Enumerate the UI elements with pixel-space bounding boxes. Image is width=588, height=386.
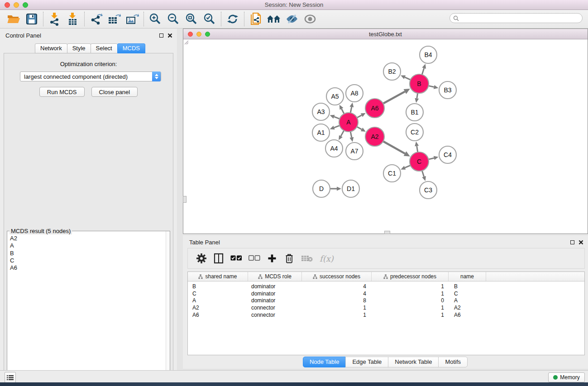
table-cell: B <box>188 283 248 290</box>
column-header[interactable]: successor nodes <box>302 272 372 281</box>
network-view-window: testGlobe.txt B4B2BB3A8A5A6A3B1AC2A1A2A4… <box>183 29 588 234</box>
delete-table-icon <box>301 254 313 262</box>
result-item[interactable]: A <box>8 242 165 249</box>
mcds-result-box: MCDS result (5 nodes) A2ABCA6 <box>7 231 170 385</box>
table-row[interactable]: Cdominator41C <box>188 290 584 297</box>
network-window-titlebar[interactable]: testGlobe.txt <box>183 29 588 39</box>
select-all-button[interactable] <box>230 252 242 265</box>
criterion-dropdown[interactable]: largest connected component (directed) <box>20 71 161 81</box>
network-node-label: B1 <box>411 109 418 116</box>
home-view-button[interactable] <box>265 11 283 27</box>
table-row[interactable]: Adominator80A <box>188 297 584 305</box>
export-table-button[interactable] <box>105 11 123 27</box>
float-panel-icon[interactable] <box>159 33 163 38</box>
show-hide-graphics-button[interactable] <box>283 11 301 27</box>
table-row[interactable]: A2connector11A2 <box>188 304 584 311</box>
network-node-label: C <box>417 158 421 165</box>
refresh-button[interactable] <box>224 11 242 27</box>
column-header[interactable]: name <box>449 272 486 281</box>
import-table-button[interactable] <box>64 11 82 27</box>
column-header-label: successor nodes <box>320 273 360 280</box>
function-builder-button[interactable]: f(x) <box>320 252 334 265</box>
table-cell: C <box>449 291 486 297</box>
table-row[interactable]: A6connector11A6 <box>188 311 584 319</box>
table-cell: A2 <box>449 305 486 311</box>
export-image-button[interactable] <box>123 11 141 27</box>
toolbar-search[interactable] <box>449 13 583 23</box>
network-edge[interactable] <box>382 91 405 104</box>
list-icon <box>7 375 14 381</box>
edge-arrowhead-icon <box>349 103 354 108</box>
edge-arrowhead-icon <box>422 176 426 181</box>
new-network-button[interactable] <box>247 11 265 27</box>
delete-column-button[interactable] <box>284 252 295 265</box>
zoom-out-icon <box>167 13 180 25</box>
birds-eye-icon <box>303 13 317 25</box>
close-table-panel-icon[interactable] <box>578 240 583 245</box>
close-panel-icon[interactable] <box>167 33 172 38</box>
control-panel-title: Control Panel <box>5 32 159 39</box>
canvas-bottom-handle[interactable] <box>384 231 390 234</box>
network-maximize-icon[interactable] <box>205 32 210 37</box>
tab-node-table[interactable]: Node Table <box>303 357 346 367</box>
table-row[interactable]: Bdominator41B <box>188 283 584 290</box>
zoom-selected-button[interactable] <box>201 11 219 27</box>
app-titlebar: Session: New Session <box>0 0 588 10</box>
table-cell: B <box>449 283 486 290</box>
deselect-all-button[interactable] <box>249 252 260 265</box>
maximize-window-icon[interactable] <box>23 2 28 8</box>
import-network-button[interactable] <box>46 11 64 27</box>
minimize-window-icon[interactable] <box>14 2 19 8</box>
export-network-button[interactable] <box>87 11 105 27</box>
column-header-label: MCDS role <box>265 273 292 280</box>
tab-motifs[interactable]: Motifs <box>438 357 468 367</box>
close-panel-button[interactable]: Close panel <box>91 87 138 97</box>
table-cell: A6 <box>188 312 248 318</box>
show-column-panel-button[interactable] <box>213 252 224 265</box>
zoom-in-button[interactable] <box>146 11 164 27</box>
table-settings-button[interactable] <box>196 252 207 265</box>
result-item[interactable]: A6 <box>8 264 165 272</box>
network-node-label: D1 <box>347 185 355 192</box>
criterion-value: largest connected component (directed) <box>24 73 128 80</box>
create-column-button[interactable] <box>267 252 277 265</box>
resize-grip-icon[interactable] <box>183 39 189 45</box>
tab-edge-table[interactable]: Edge Table <box>345 357 388 367</box>
open-session-button[interactable] <box>5 11 23 27</box>
tab-mcds[interactable]: MCDS <box>117 43 145 53</box>
zoom-out-button[interactable] <box>164 11 182 27</box>
memory-button[interactable]: Memory <box>548 372 585 382</box>
network-close-icon[interactable] <box>188 32 193 37</box>
float-table-panel-icon[interactable] <box>570 240 574 244</box>
search-input[interactable] <box>461 15 582 21</box>
table-cell: dominator <box>248 297 302 304</box>
control-panel: Control Panel Network Style Select MCDS … <box>0 29 177 370</box>
column-header[interactable]: predecessor nodes <box>372 272 449 281</box>
tab-select[interactable]: Select <box>91 43 118 53</box>
run-mcds-button[interactable]: Run MCDS <box>39 87 85 97</box>
result-item[interactable]: A2 <box>8 235 165 242</box>
canvas-left-handle[interactable] <box>183 196 186 203</box>
save-session-button[interactable] <box>23 11 41 27</box>
tab-network[interactable]: Network <box>35 43 67 53</box>
network-edge[interactable] <box>382 141 405 153</box>
window-controls <box>5 2 28 8</box>
control-panel-tabs: Network Style Select MCDS <box>35 43 145 53</box>
result-item[interactable]: B <box>8 250 165 257</box>
column-header[interactable]: shared name <box>188 272 248 281</box>
task-history-button[interactable] <box>5 372 16 383</box>
tab-network-table[interactable]: Network Table <box>388 357 439 367</box>
column-header[interactable]: MCDS role <box>248 272 302 281</box>
birds-eye-view-button[interactable] <box>301 11 319 27</box>
edge-arrowhead-icon <box>415 142 419 147</box>
network-minimize-icon[interactable] <box>196 32 201 37</box>
network-canvas[interactable]: B4B2BB3A8A5A6A3B1AC2A1A2A4A7C4CC1C3DD1 <box>183 39 588 234</box>
mcds-tab-panel: Optimization criterion: largest connecte… <box>4 53 173 386</box>
result-item[interactable]: C <box>8 257 165 264</box>
result-scrollbar[interactable] <box>166 231 170 384</box>
delete-table-button[interactable] <box>301 252 313 265</box>
close-window-icon[interactable] <box>5 2 10 8</box>
zoom-fit-button[interactable] <box>182 11 201 27</box>
tab-style[interactable]: Style <box>67 43 91 53</box>
columns-icon <box>214 253 224 264</box>
